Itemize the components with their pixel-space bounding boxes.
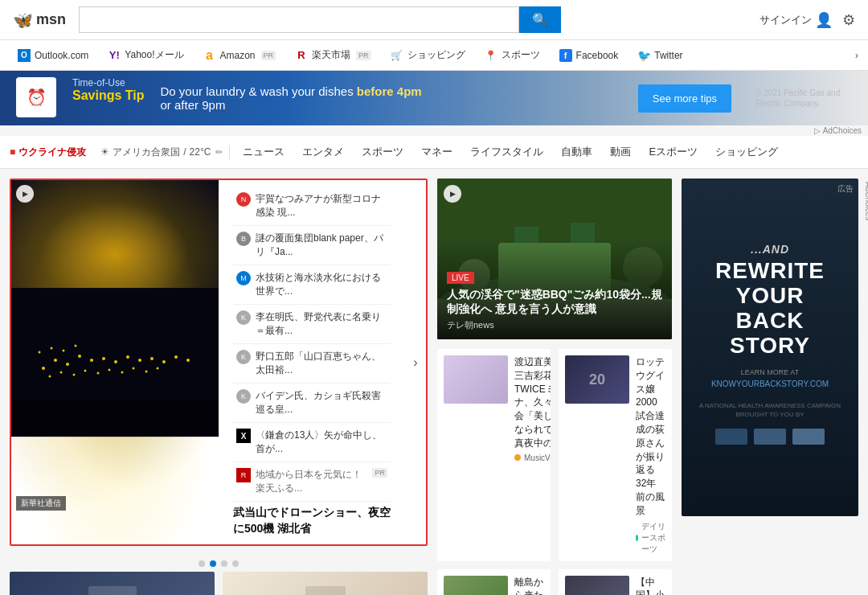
- svg-point-17: [84, 370, 87, 372]
- svg-point-9: [138, 359, 141, 362]
- bookmark-sports[interactable]: 📍 スポーツ: [477, 45, 548, 65]
- card-watanabe[interactable]: 渡辺直美＆三吉彩花＆TWICEミナ、久々再会「美しくなられて」真夜中の... M…: [437, 349, 551, 561]
- sports-icon: 📍: [485, 49, 497, 62]
- sports-label: スポーツ: [502, 48, 540, 62]
- featured-next-button[interactable]: ›: [405, 180, 426, 544]
- bookmark-shopping[interactable]: 🛒 ショッピング: [383, 45, 473, 65]
- featured-article[interactable]: ▶ 新華社通信 N 宇賀なつみアナが新型コロナ感染 現... B 謎の覆面集団b…: [10, 178, 428, 546]
- play-button[interactable]: ▶: [16, 185, 34, 203]
- card-dog[interactable]: 離島から来た元保護犬 テンションMAXで斜面を滑り落ちる姿に6万人笑顔「楽し..…: [437, 569, 551, 595]
- nav-ukraine-alert[interactable]: ■ ウクライナ侵攻: [10, 146, 86, 159]
- svg-point-3: [66, 363, 69, 366]
- ad-banner[interactable]: ⏰ Time-of-Use Savings Tip Do your laundr…: [0, 71, 868, 125]
- card-lotte-image: 20: [565, 355, 629, 404]
- bookmark-amazon[interactable]: a Amazon PR: [195, 46, 285, 65]
- bookmark-facebook[interactable]: f Facebook: [551, 46, 627, 65]
- nav-money[interactable]: マネー: [413, 141, 461, 163]
- search-button[interactable]: 🔍: [519, 6, 561, 33]
- news-list-item-1[interactable]: N 宇賀なつみアナが新型コロナ感染 現...: [233, 187, 391, 226]
- right-ad-text-back: BACK: [694, 309, 845, 334]
- nav-shopping[interactable]: ショッピング: [707, 141, 786, 163]
- amazon-label: Amazon: [220, 50, 256, 61]
- card-watanabe-title: 渡辺直美＆三吉彩花＆TWICEミナ、久々再会「美しくなられて」真夜中の...: [514, 355, 551, 450]
- bookmark-yahoo[interactable]: Y! Yahoo!メール: [100, 45, 191, 65]
- svg-point-2: [54, 359, 57, 362]
- nav-video[interactable]: 動画: [602, 141, 639, 163]
- right-ad-line1: ...AND REWRITE YOUR BACK STORY: [694, 244, 845, 359]
- featured-title-area: 武当山でドローンショー、夜空に500機 湖北省: [233, 502, 391, 538]
- search-input[interactable]: [79, 6, 519, 33]
- bookmark-twitter[interactable]: 🐦 Twitter: [629, 46, 690, 65]
- news-list-item-7[interactable]: X 〈鎌倉の13人〉矢が命中し、首が...: [233, 423, 391, 462]
- signin-button[interactable]: サインイン 👤: [760, 11, 833, 29]
- svg-point-18: [97, 372, 100, 375]
- right-column: 広告 ...AND REWRITE YOUR BACK STORY LEARN …: [682, 178, 858, 595]
- card-dog-body: 離島から来た元保護犬 テンションMAXで斜面を滑り落ちる姿に6万人笑顔「楽し..…: [514, 576, 544, 595]
- nav-bar: ■ ウクライナ侵攻 ☀ アメリカ合衆国 / 22°C ✏ ニュース エンタメ ス…: [0, 136, 868, 169]
- card-g20[interactable]: 日テレNEWS G20閉幕 共同声明まとめられず 雷と主張対立: [10, 572, 215, 595]
- nav-esports[interactable]: Eスポーツ: [641, 141, 706, 163]
- svg-point-13: [186, 359, 190, 362]
- nav-entertainment[interactable]: エンタメ: [294, 141, 352, 163]
- center-play-button[interactable]: ▶: [444, 185, 461, 203]
- svg-point-15: [60, 371, 63, 374]
- featured-title: 武当山でドローンショー、夜空に500機 湖北省: [233, 505, 391, 536]
- yahoo-label: Yahoo!メール: [125, 48, 183, 62]
- nav-sports[interactable]: スポーツ: [354, 141, 411, 163]
- news-text-2: 謎の覆面集団blank paper、パリ『Ja...: [256, 232, 387, 259]
- svg-point-23: [157, 367, 159, 370]
- right-ad-text-story: STORY: [694, 334, 845, 359]
- right-ad-text-and: ...AND: [694, 244, 845, 256]
- header-right: サインイン 👤 ⚙: [760, 11, 855, 29]
- right-ad[interactable]: 広告 ...AND REWRITE YOUR BACK STORY LEARN …: [682, 178, 858, 516]
- edit-icon[interactable]: ✏: [215, 147, 223, 158]
- bottom-grid: 日テレNEWS G20閉幕 共同声明まとめられず 雷と主張対立 日刊ゲンダイDI…: [10, 572, 428, 595]
- news-list-item-6[interactable]: K バイデン氏、カショギ氏殺害巡る皇...: [233, 384, 391, 423]
- right-ad-logo2: [754, 429, 786, 445]
- card-g20-image: [10, 572, 215, 595]
- news-list-item-8[interactable]: R 地域から日本を元気に！楽天ふる... PR: [233, 462, 391, 502]
- settings-icon[interactable]: ⚙: [842, 11, 855, 29]
- nav-news[interactable]: ニュース: [235, 141, 293, 163]
- news-list-item-3[interactable]: M 水技術と海水淡水化における世界で...: [233, 265, 391, 305]
- amazon-icon: a: [203, 49, 216, 62]
- center-featured[interactable]: ▶ LIVE 人気の渓谷で"迷惑BBQ"ごみ約10袋分...規制強化へ 意見を言…: [437, 178, 672, 339]
- featured-source-badge: 新華社通信: [16, 496, 66, 511]
- dot-2[interactable]: [210, 560, 216, 567]
- featured-source-label: 新華社通信: [16, 496, 66, 511]
- news-text-8: 地域から日本を元気に！楽天ふる...: [256, 468, 367, 495]
- dot-3[interactable]: [221, 560, 227, 567]
- news-list-item-2[interactable]: B 謎の覆面集団blank paper、パリ『Ja...: [233, 226, 391, 265]
- svg-point-14: [49, 375, 51, 378]
- lotte-source-dot: [636, 535, 638, 541]
- watanabe-source-dot: [514, 454, 521, 461]
- right-ad-sub: LEARN MORE AT: [694, 368, 845, 376]
- svg-point-24: [39, 351, 41, 354]
- bookmark-rakuten[interactable]: R 楽天市場 PR: [287, 45, 379, 65]
- dot-1[interactable]: [199, 560, 205, 567]
- featured-image: [11, 180, 219, 329]
- svg-rect-28: [11, 400, 219, 437]
- nav-auto[interactable]: 自動車: [553, 141, 600, 163]
- weather-temp: 22°C: [190, 146, 211, 158]
- news-source-icon-1: N: [236, 192, 251, 207]
- news-list-item-5[interactable]: K 野口五郎「山口百恵ちゃん、太田裕...: [233, 344, 391, 384]
- ad-company-text: © 2021 Pacific Gas and Electric Company.: [755, 88, 852, 109]
- right-ad-content: ...AND REWRITE YOUR BACK STORY LEARN MOR…: [694, 244, 845, 445]
- ad-see-more-button[interactable]: See more tips: [638, 84, 731, 113]
- nav-weather[interactable]: ☀ アメリカ合衆国 / 22°C ✏: [94, 146, 230, 159]
- news-list-item-4[interactable]: K 李在明氏、野党代表に名乗り＝最有...: [233, 305, 391, 344]
- card-lotte-source: デイリースポーツ: [636, 521, 665, 555]
- svg-point-21: [133, 367, 135, 370]
- news-text-3: 水技術と海水淡水化における世界で...: [256, 271, 387, 298]
- nav-lifestyle[interactable]: ライフスタイル: [462, 141, 551, 163]
- card-lotte[interactable]: 20 ロッテウグイス嬢 2000試合達成の荻原さんが振り返る32年前の風景 デイ…: [559, 349, 672, 561]
- card-flycar[interactable]: 【中国】小鵬匯天、「空飛ぶ車」の量産方式を公開【車両】 NNA ASIA: [559, 569, 672, 595]
- news-pr-badge: PR: [372, 468, 387, 478]
- news-source-icon-2: B: [236, 232, 251, 246]
- dot-4[interactable]: [232, 560, 239, 567]
- bookmark-outlook[interactable]: O Outlook.com: [10, 46, 96, 65]
- weather-location: アメリカ合衆国: [113, 146, 180, 159]
- card-unification[interactable]: 日刊ゲンダイDIGITAL 旧統一教会「世界平和統一家庭連合」の勧誘から自分と家…: [223, 572, 428, 595]
- bookmarks-more-button[interactable]: ›: [855, 49, 858, 61]
